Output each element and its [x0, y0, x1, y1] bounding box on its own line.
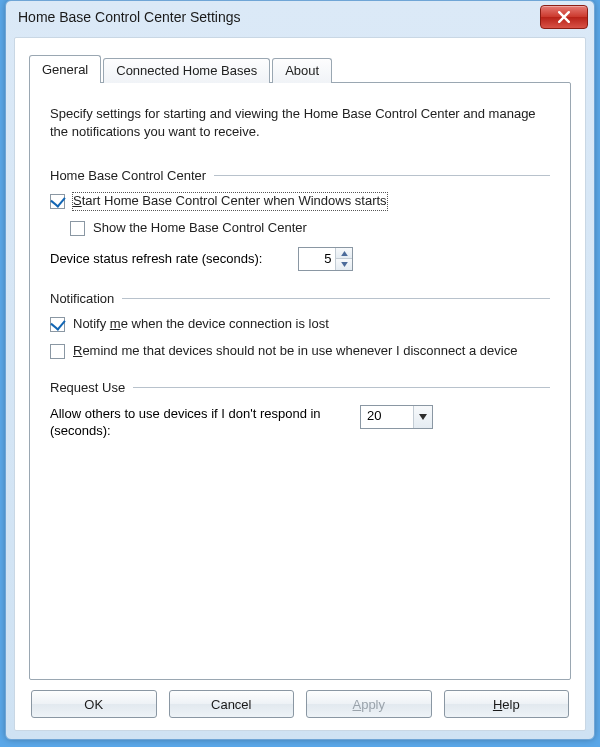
- spinner-down[interactable]: [336, 258, 352, 270]
- group-header-hbcc: Home Base Control Center: [50, 168, 550, 183]
- close-icon: [558, 11, 570, 23]
- input-refresh-rate[interactable]: [299, 248, 335, 270]
- spinner-refresh-rate[interactable]: [298, 247, 353, 271]
- close-button[interactable]: [540, 5, 588, 29]
- intro-text: Specify settings for starting and viewin…: [50, 105, 550, 140]
- label-refresh-rate: Device status refresh rate (seconds):: [50, 251, 262, 266]
- cancel-button[interactable]: Cancel: [169, 690, 295, 718]
- tabstrip: General Connected Home Bases About: [29, 54, 571, 82]
- group-home-base-control-center: Home Base Control Center Start Home Base…: [50, 168, 550, 271]
- row-start-with-windows: Start Home Base Control Center when Wind…: [50, 193, 550, 210]
- tab-connected-home-bases[interactable]: Connected Home Bases: [103, 58, 270, 83]
- row-request-use: Allow others to use devices if I don't r…: [50, 405, 550, 440]
- row-notify-lost: Notify me when the device connection is …: [50, 316, 550, 333]
- dialog-button-row: OK Cancel Apply Help: [29, 690, 571, 718]
- group-notification: Notification Notify me when the device c…: [50, 291, 550, 360]
- window-title: Home Base Control Center Settings: [18, 9, 540, 25]
- chevron-down-icon: [419, 414, 427, 420]
- combo-drop-button[interactable]: [413, 406, 432, 428]
- help-button[interactable]: Help: [444, 690, 570, 718]
- checkbox-show-hbcc[interactable]: [70, 221, 85, 236]
- group-title-request-use: Request Use: [50, 380, 125, 395]
- settings-window: Home Base Control Center Settings Genera…: [5, 0, 595, 740]
- ok-button[interactable]: OK: [31, 690, 157, 718]
- combo-value: 20: [361, 406, 413, 428]
- tabpane-general: Specify settings for starting and viewin…: [29, 82, 571, 680]
- separator-line: [133, 387, 550, 388]
- group-header-notification: Notification: [50, 291, 550, 306]
- chevron-up-icon: [341, 251, 348, 256]
- separator-line: [214, 175, 550, 176]
- row-refresh-rate: Device status refresh rate (seconds):: [50, 247, 550, 271]
- group-request-use: Request Use Allow others to use devices …: [50, 380, 550, 440]
- combo-request-timeout[interactable]: 20: [360, 405, 433, 429]
- spinner-buttons: [335, 248, 352, 270]
- titlebar[interactable]: Home Base Control Center Settings: [6, 1, 594, 33]
- apply-button[interactable]: Apply: [306, 690, 432, 718]
- tab-about[interactable]: About: [272, 58, 332, 83]
- group-title-notification: Notification: [50, 291, 114, 306]
- checkbox-remind-disconnect[interactable]: [50, 344, 65, 359]
- separator-line: [122, 298, 550, 299]
- checkbox-start-with-windows[interactable]: [50, 194, 65, 209]
- label-notify-lost[interactable]: Notify me when the device connection is …: [73, 316, 329, 333]
- group-title-hbcc: Home Base Control Center: [50, 168, 206, 183]
- label-start-with-windows[interactable]: Start Home Base Control Center when Wind…: [73, 193, 387, 210]
- row-remind-disconnect: Remind me that devices should not be in …: [50, 343, 550, 360]
- client-area: General Connected Home Bases About Speci…: [14, 37, 586, 731]
- chevron-down-icon: [341, 262, 348, 267]
- row-show-hbcc: Show the Home Base Control Center: [70, 220, 550, 237]
- label-remind-disconnect[interactable]: Remind me that devices should not be in …: [73, 343, 517, 360]
- spinner-up[interactable]: [336, 248, 352, 259]
- checkbox-notify-lost[interactable]: [50, 317, 65, 332]
- label-show-hbcc[interactable]: Show the Home Base Control Center: [93, 220, 307, 237]
- tab-general[interactable]: General: [29, 55, 101, 83]
- group-header-request-use: Request Use: [50, 380, 550, 395]
- label-request-use: Allow others to use devices if I don't r…: [50, 405, 350, 440]
